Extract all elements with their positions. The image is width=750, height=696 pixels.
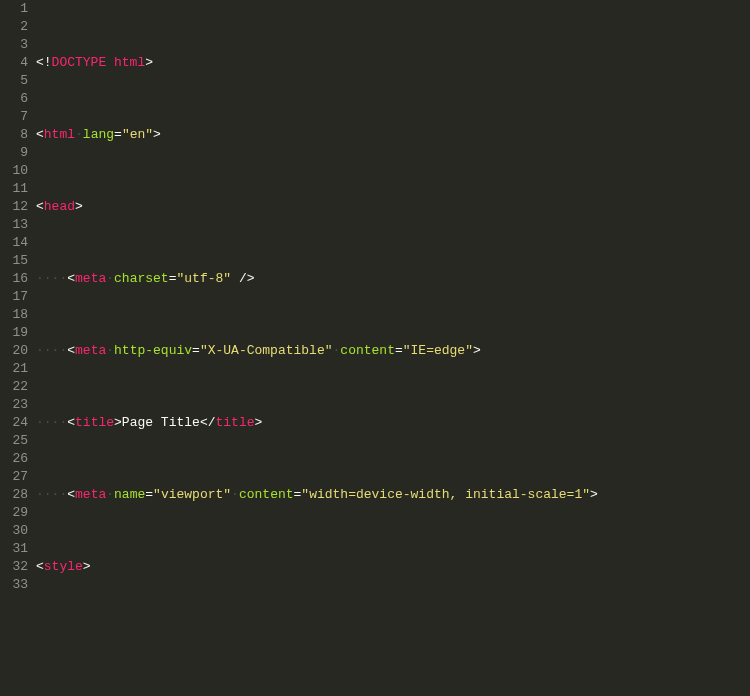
line-number: 7: [0, 108, 28, 126]
line-number: 31: [0, 540, 28, 558]
code-line[interactable]: ····<meta·charset="utf-8" />: [36, 270, 750, 288]
attr-name: content: [340, 343, 395, 358]
line-number: 30: [0, 522, 28, 540]
attr-value: "IE=edge": [403, 343, 473, 358]
line-number: 10: [0, 162, 28, 180]
line-number: 28: [0, 486, 28, 504]
attr-name: lang: [83, 127, 114, 142]
line-number: 26: [0, 450, 28, 468]
tag-bracket: >: [145, 55, 153, 70]
line-number: 11: [0, 180, 28, 198]
attr-name: charset: [114, 271, 169, 286]
attr-value: "viewport": [153, 487, 231, 502]
line-number: 1: [0, 0, 28, 18]
tag-name: title: [75, 415, 114, 430]
tag-name: meta: [75, 343, 106, 358]
line-number: 6: [0, 90, 28, 108]
code-line[interactable]: ····<title>Page Title</title>: [36, 414, 750, 432]
line-number: 8: [0, 126, 28, 144]
tag-bracket: <!: [36, 55, 52, 70]
line-number: 19: [0, 324, 28, 342]
attr-name: content: [239, 487, 294, 502]
text-content: Page Title: [122, 415, 200, 430]
line-number: 20: [0, 342, 28, 360]
attr-name: name: [114, 487, 145, 502]
line-number: 18: [0, 306, 28, 324]
line-number: 23: [0, 396, 28, 414]
line-number: 32: [0, 558, 28, 576]
line-number: 29: [0, 504, 28, 522]
attr-name: http-equiv: [114, 343, 192, 358]
line-number: 15: [0, 252, 28, 270]
attr-value: "X-UA-Compatible": [200, 343, 333, 358]
line-number: 3: [0, 36, 28, 54]
line-number: 22: [0, 378, 28, 396]
tag-name: head: [44, 199, 75, 214]
code-line[interactable]: ····<meta·name="viewport"·content="width…: [36, 486, 750, 504]
code-editor[interactable]: 1234567891011121314151617181920212223242…: [0, 0, 750, 696]
tag-name: title: [215, 415, 254, 430]
line-number: 13: [0, 216, 28, 234]
line-number: 9: [0, 144, 28, 162]
tag-name: html: [44, 127, 75, 142]
line-number: 24: [0, 414, 28, 432]
line-number: 5: [0, 72, 28, 90]
code-line[interactable]: <html·lang="en">: [36, 126, 750, 144]
line-number: 16: [0, 270, 28, 288]
doctype: DOCTYPE html: [52, 55, 146, 70]
line-number: 17: [0, 288, 28, 306]
tag-name: meta: [75, 271, 106, 286]
code-line[interactable]: <style>: [36, 558, 750, 576]
line-number: 33: [0, 576, 28, 594]
line-number: 2: [0, 18, 28, 36]
code-line[interactable]: [36, 630, 750, 648]
line-number: 21: [0, 360, 28, 378]
attr-value: "width=device-width, initial-scale=1": [301, 487, 590, 502]
attr-value: "utf-8": [176, 271, 231, 286]
line-number: 12: [0, 198, 28, 216]
attr-value: "en": [122, 127, 153, 142]
code-line[interactable]: ····<meta·http-equiv="X-UA-Compatible"·c…: [36, 342, 750, 360]
line-number: 4: [0, 54, 28, 72]
code-content[interactable]: <!DOCTYPE html> <html·lang="en"> <head> …: [36, 0, 750, 696]
code-line[interactable]: <head>: [36, 198, 750, 216]
tag-name: meta: [75, 487, 106, 502]
line-number: 14: [0, 234, 28, 252]
code-line[interactable]: <!DOCTYPE html>: [36, 54, 750, 72]
line-number-gutter: 1234567891011121314151617181920212223242…: [0, 0, 36, 696]
tag-name: style: [44, 559, 83, 574]
line-number: 27: [0, 468, 28, 486]
line-number: 25: [0, 432, 28, 450]
